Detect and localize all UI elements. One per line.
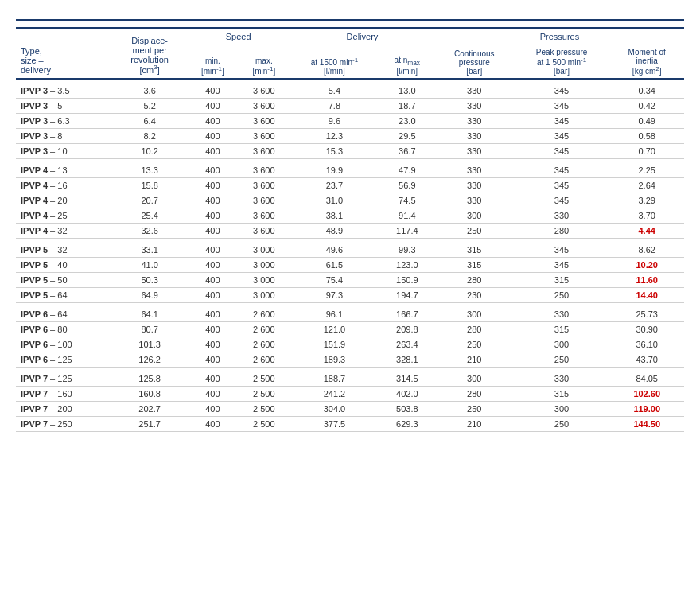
table-row-speed-min: 400	[187, 417, 238, 432]
table-row-continuous-pressure: 230	[435, 288, 514, 303]
table-row-delivery-nmax: 166.7	[379, 303, 435, 322]
table-row-type: IPVP 7 – 250	[16, 417, 112, 432]
table-row-delivery-nmax: 209.8	[379, 322, 435, 337]
table-row-moment-inertia: 14.40	[609, 288, 684, 303]
table-row-delivery-nmax: 194.7	[379, 288, 435, 303]
table-row-delivery-1500: 7.8	[290, 99, 379, 114]
table-row-speed-min: 400	[187, 79, 238, 99]
table-row-delivery-1500: 96.1	[290, 303, 379, 322]
table-row-continuous-pressure: 330	[435, 193, 514, 208]
speed-max-header: max.[min-1]	[239, 45, 290, 80]
table-row-delivery-1500: 19.9	[290, 159, 379, 178]
table-row-delivery-1500: 61.5	[290, 258, 379, 273]
table-row-type: IPVP 7 – 125	[16, 368, 112, 387]
table-row-peak-pressure: 315	[514, 322, 610, 337]
moment-inertia-header: Moment ofinertia[kg cm2]	[609, 45, 684, 80]
table-row-delivery-1500: 75.4	[290, 273, 379, 288]
table-row-delivery-1500: 188.7	[290, 368, 379, 387]
table-row-speed-min: 400	[187, 258, 238, 273]
table-row-type: IPVP 4 – 25	[16, 208, 112, 224]
table-row-moment-inertia: 144.50	[609, 417, 684, 432]
table-row-continuous-pressure: 280	[435, 322, 514, 337]
table-row-speed-max: 3 600	[239, 129, 290, 144]
table-row-displacement: 64.1	[112, 303, 187, 322]
table-row-continuous-pressure: 210	[435, 417, 514, 432]
table-row-peak-pressure: 330	[514, 368, 610, 387]
table-row-moment-inertia: 3.29	[609, 193, 684, 208]
delivery-1500-header: at 1500 min-1[l/min]	[290, 45, 379, 80]
continuous-pressure-header: Continuouspressure[bar]	[435, 45, 514, 80]
table-row-peak-pressure: 345	[514, 239, 610, 258]
table-row-peak-pressure: 250	[514, 288, 610, 303]
table-row-speed-max: 3 000	[239, 239, 290, 258]
table-row-peak-pressure: 330	[514, 303, 610, 322]
table-row-moment-inertia: 2.64	[609, 178, 684, 193]
table-row-moment-inertia: 8.62	[609, 239, 684, 258]
table-row-type: IPVP 3 – 3.5	[16, 79, 112, 99]
table-row-moment-inertia: 0.58	[609, 129, 684, 144]
table-row-speed-min: 400	[187, 387, 238, 402]
table-row-type: IPVP 7 – 160	[16, 387, 112, 402]
table-row-delivery-1500: 23.7	[290, 178, 379, 193]
table-row-speed-min: 400	[187, 368, 238, 387]
table-row-speed-max: 3 600	[239, 159, 290, 178]
table-row-type: IPVP 7 – 200	[16, 402, 112, 417]
table-row-moment-inertia: 10.20	[609, 258, 684, 273]
table-row-peak-pressure: 250	[514, 352, 610, 368]
table-row-speed-min: 400	[187, 159, 238, 178]
table-row-speed-max: 2 600	[239, 303, 290, 322]
table-row-speed-max: 2 600	[239, 337, 290, 352]
table-row-type: IPVP 3 – 6.3	[16, 114, 112, 129]
table-row-speed-max: 3 600	[239, 99, 290, 114]
table-row-speed-min: 400	[187, 178, 238, 193]
table-row-moment-inertia: 0.34	[609, 79, 684, 99]
table-row-delivery-1500: 5.4	[290, 79, 379, 99]
table-row-speed-min: 400	[187, 129, 238, 144]
table-row-continuous-pressure: 250	[435, 402, 514, 417]
table-row-moment-inertia: 43.70	[609, 352, 684, 368]
table-row-delivery-1500: 38.1	[290, 208, 379, 224]
table-row-moment-inertia: 119.00	[609, 402, 684, 417]
table-row-type: IPVP 3 – 8	[16, 129, 112, 144]
table-row-speed-min: 400	[187, 114, 238, 129]
table-row-speed-max: 2 500	[239, 402, 290, 417]
table-row-displacement: 20.7	[112, 193, 187, 208]
table-row-speed-min: 400	[187, 208, 238, 224]
table-row-speed-min: 400	[187, 352, 238, 368]
delivery-header: Delivery	[290, 28, 435, 45]
table-row-type: IPVP 5 – 40	[16, 258, 112, 273]
table-row-moment-inertia: 2.25	[609, 159, 684, 178]
table-row-peak-pressure: 345	[514, 99, 610, 114]
table-row-speed-min: 400	[187, 402, 238, 417]
table-row-speed-min: 400	[187, 144, 238, 159]
table-row-delivery-nmax: 503.8	[379, 402, 435, 417]
table-row-peak-pressure: 330	[514, 208, 610, 224]
table-row-type: IPVP 3 – 5	[16, 99, 112, 114]
table-row-peak-pressure: 250	[514, 417, 610, 432]
table-row-delivery-1500: 15.3	[290, 144, 379, 159]
table-row-speed-min: 400	[187, 288, 238, 303]
table-row-speed-max: 2 500	[239, 368, 290, 387]
table-row-speed-min: 400	[187, 224, 238, 239]
table-row-continuous-pressure: 330	[435, 144, 514, 159]
table-row-displacement: 33.1	[112, 239, 187, 258]
table-row-peak-pressure: 345	[514, 144, 610, 159]
table-row-delivery-1500: 31.0	[290, 193, 379, 208]
table-row-delivery-nmax: 123.0	[379, 258, 435, 273]
table-row-delivery-nmax: 263.4	[379, 337, 435, 352]
table-row-peak-pressure: 345	[514, 129, 610, 144]
pressures-header: Pressures	[435, 28, 684, 45]
table-row-displacement: 160.8	[112, 387, 187, 402]
table-row-delivery-1500: 189.3	[290, 352, 379, 368]
table-row-continuous-pressure: 330	[435, 178, 514, 193]
table-row-delivery-1500: 97.3	[290, 288, 379, 303]
table-row-delivery-1500: 377.5	[290, 417, 379, 432]
table-row-displacement: 125.8	[112, 368, 187, 387]
table-row-continuous-pressure: 315	[435, 258, 514, 273]
table-row-peak-pressure: 345	[514, 193, 610, 208]
col-displacement-header: Displace-ment perrevolution[cm3]	[112, 28, 187, 79]
table-row-moment-inertia: 11.60	[609, 273, 684, 288]
table-row-continuous-pressure: 300	[435, 303, 514, 322]
table-row-continuous-pressure: 315	[435, 239, 514, 258]
table-row-type: IPVP 6 – 64	[16, 303, 112, 322]
